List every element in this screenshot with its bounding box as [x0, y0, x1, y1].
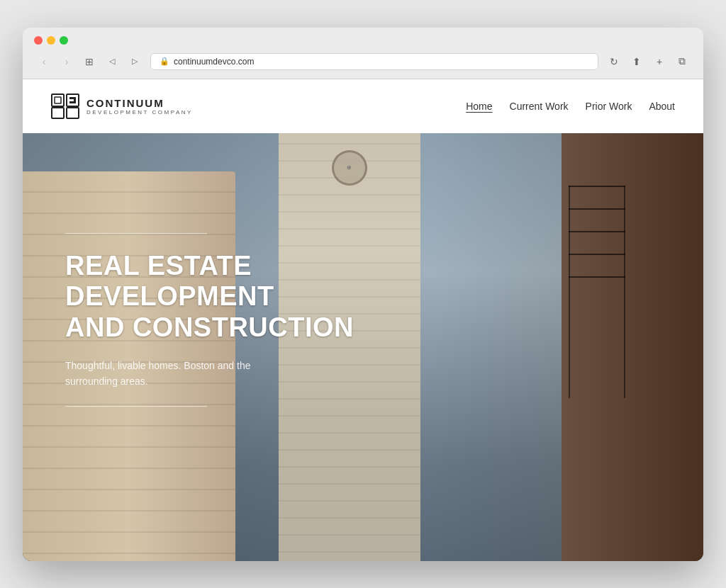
hero-title-line2: DEVELOPMENT	[65, 281, 274, 311]
svg-rect-3	[52, 108, 64, 118]
new-tab-button[interactable]: +	[649, 52, 669, 72]
hero-subtitle: Thoughtful, livable homes. Boston and th…	[65, 358, 292, 390]
brick-building-right	[562, 79, 703, 561]
previous-tab-button[interactable]: ◁	[102, 52, 122, 72]
hero-title: REAL ESTATE DEVELOPMENT AND CONSTRUCTION	[65, 251, 354, 344]
address-bar[interactable]: 🔒 continuumdevco.com	[150, 53, 598, 70]
nav-item-current-work[interactable]: Current Work	[510, 100, 569, 113]
hero-title-line3: AND CONSTRUCTION	[65, 312, 354, 342]
svg-rect-0	[52, 94, 64, 106]
site-navigation: CONTINUUM DEVELOPMENT COMPANY Home Curre…	[23, 79, 703, 133]
window-controls-button[interactable]: ⊞	[79, 52, 99, 72]
nav-item-prior-work[interactable]: Prior Work	[586, 100, 632, 113]
site-logo: CONTINUUM DEVELOPMENT COMPANY	[51, 94, 193, 119]
copy-window-button[interactable]: ⧉	[672, 52, 692, 72]
browser-chrome: ‹ › ⊞ ◁ ▷ 🔒 continuumdevco.com ↻ ⬆ + ⧉	[23, 28, 703, 79]
nav-link-home[interactable]: Home	[466, 101, 492, 112]
back-button[interactable]: ‹	[34, 52, 54, 72]
logo-icon	[51, 94, 79, 119]
maximize-button[interactable]	[60, 36, 68, 45]
nav-link-about[interactable]: About	[649, 101, 675, 112]
hero-line-top	[65, 233, 207, 234]
fire-escape	[569, 186, 625, 398]
toolbar-actions: ↻ ⬆ + ⧉	[604, 52, 692, 72]
svg-rect-4	[67, 108, 79, 118]
hero-content: REAL ESTATE DEVELOPMENT AND CONSTRUCTION…	[65, 233, 354, 407]
minimize-button[interactable]	[47, 36, 55, 45]
refresh-button[interactable]: ↻	[604, 52, 624, 72]
nav-buttons: ‹ › ⊞ ◁ ▷	[34, 52, 145, 72]
svg-rect-1	[55, 97, 61, 103]
nav-item-home[interactable]: Home	[466, 100, 492, 113]
hero-title-line1: REAL ESTATE	[65, 251, 252, 281]
nav-link-prior-work[interactable]: Prior Work	[586, 101, 632, 112]
logo-subtitle: DEVELOPMENT COMPANY	[86, 109, 193, 115]
share-button[interactable]: ⬆	[627, 52, 647, 72]
logo-name: CONTINUUM	[86, 97, 193, 109]
hero-line-bottom	[65, 406, 207, 407]
close-button[interactable]	[34, 36, 43, 45]
traffic-lights	[34, 36, 692, 45]
site-menu: Home Current Work Prior Work About	[466, 100, 675, 113]
lock-icon: 🔒	[160, 57, 169, 66]
svg-rect-2	[67, 94, 79, 106]
next-tab-button[interactable]: ▷	[125, 52, 145, 72]
browser-toolbar: ‹ › ⊞ ◁ ▷ 🔒 continuumdevco.com ↻ ⬆ + ⧉	[34, 52, 692, 79]
nav-item-about[interactable]: About	[649, 100, 675, 113]
hero-section: ⊕	[23, 79, 703, 561]
browser-window: ‹ › ⊞ ◁ ▷ 🔒 continuumdevco.com ↻ ⬆ + ⧉	[23, 28, 703, 561]
website: CONTINUUM DEVELOPMENT COMPANY Home Curre…	[23, 79, 703, 561]
url-text: continuumdevco.com	[174, 57, 254, 67]
logo-text: CONTINUUM DEVELOPMENT COMPANY	[86, 97, 193, 115]
nav-link-current-work[interactable]: Current Work	[510, 101, 569, 112]
forward-button[interactable]: ›	[57, 52, 77, 72]
clock-face: ⊕	[332, 150, 367, 186]
